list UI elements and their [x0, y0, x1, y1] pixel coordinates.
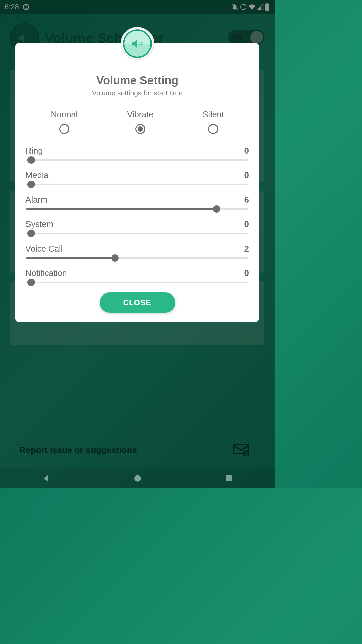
mode-normal[interactable]: Normal — [51, 110, 78, 134]
slider-fill — [26, 208, 217, 210]
slider-thumb[interactable] — [27, 181, 35, 188]
slider-thumb[interactable] — [27, 279, 35, 286]
nav-home-icon[interactable] — [134, 474, 142, 482]
mode-label: Normal — [51, 110, 78, 119]
slider-head: System0 — [25, 219, 249, 229]
slider-value: 0 — [244, 219, 249, 229]
slider-value: 0 — [244, 146, 249, 156]
slider-track[interactable] — [26, 208, 248, 210]
close-button[interactable]: CLOSE — [100, 292, 175, 313]
slider-head: Ring0 — [25, 146, 249, 156]
slider-thumb[interactable] — [111, 254, 119, 262]
slider-row: Notification0 — [25, 268, 249, 283]
slider-row: Ring0 — [25, 146, 249, 161]
slider-label: System — [25, 219, 53, 229]
nav-recent-icon[interactable] — [225, 474, 233, 482]
radio-icon — [135, 124, 145, 134]
mode-radios: Normal Vibrate Silent — [25, 110, 250, 134]
slider-track[interactable] — [26, 282, 248, 283]
dialog-title: Volume Setting — [25, 74, 250, 87]
slider-thumb[interactable] — [27, 230, 35, 237]
slider-track[interactable] — [26, 233, 248, 234]
volume-setting-dialog: Volume Setting Volume settings for start… — [15, 43, 259, 322]
slider-head: Media0 — [25, 170, 249, 180]
slider-head: Notification0 — [25, 268, 249, 278]
slider-track[interactable] — [26, 257, 248, 259]
slider-value: 6 — [244, 195, 249, 205]
speaker-plus-icon — [130, 37, 144, 51]
slider-value: 0 — [244, 170, 249, 180]
dialog-app-badge — [121, 27, 154, 60]
slider-track[interactable] — [26, 184, 248, 185]
slider-row: Voice Call2 — [25, 244, 249, 259]
slider-thumb[interactable] — [213, 205, 220, 213]
slider-value: 2 — [244, 244, 249, 254]
mode-silent[interactable]: Silent — [203, 110, 224, 134]
slider-row: Media0 — [25, 170, 249, 185]
nav-bar — [0, 468, 275, 488]
slider-value: 0 — [244, 268, 249, 278]
slider-track[interactable] — [26, 159, 248, 161]
slider-head: Alarm6 — [25, 195, 249, 205]
nav-back-icon[interactable] — [42, 474, 51, 483]
mode-label: Vibrate — [127, 110, 154, 119]
mode-vibrate[interactable]: Vibrate — [127, 110, 154, 134]
slider-head: Voice Call2 — [25, 244, 249, 254]
slider-fill — [26, 257, 115, 259]
slider-label: Media — [25, 170, 48, 180]
slider-label: Alarm — [25, 195, 47, 205]
svg-rect-9 — [226, 475, 232, 481]
sliders-container: Ring0Media0Alarm6System0Voice Call2Notif… — [25, 146, 250, 283]
dialog-subtitle: Volume settings for start time — [25, 89, 250, 97]
radio-icon — [59, 124, 69, 134]
slider-label: Notification — [25, 268, 67, 278]
radio-icon — [208, 124, 218, 134]
slider-label: Voice Call — [25, 244, 63, 254]
dialog-app-badge-inner — [123, 29, 152, 58]
slider-row: System0 — [25, 219, 249, 234]
slider-label: Ring — [25, 146, 43, 156]
slider-row: Alarm6 — [25, 195, 249, 210]
svg-point-8 — [134, 475, 141, 482]
mode-label: Silent — [203, 110, 224, 119]
slider-thumb[interactable] — [27, 156, 35, 164]
